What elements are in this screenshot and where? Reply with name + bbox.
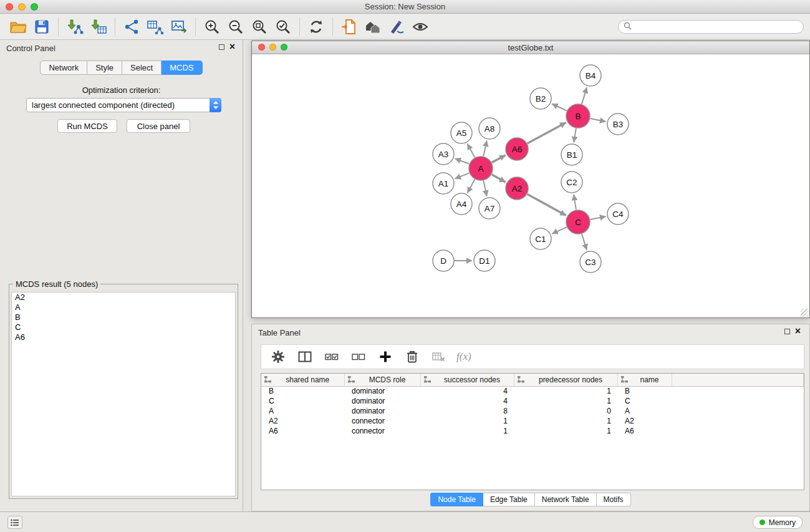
table-cell[interactable]: 1 (514, 416, 617, 426)
edge-C-C3[interactable] (582, 234, 587, 250)
node-A1[interactable]: A1 (433, 173, 454, 194)
table-settings-gear-icon[interactable] (269, 347, 287, 366)
table-cell[interactable]: C (261, 396, 344, 406)
share-network-icon[interactable] (120, 16, 143, 38)
memory-button[interactable]: Memory (753, 516, 803, 529)
edge-C-C2[interactable] (574, 195, 576, 210)
task-history-icon[interactable] (7, 516, 22, 529)
table-cell[interactable]: dominator (344, 386, 420, 396)
edge-B-B4[interactable] (582, 87, 587, 104)
node-D1[interactable]: D1 (474, 250, 495, 271)
tab-edge-table[interactable]: Edge Table (483, 493, 535, 506)
close-traffic-icon[interactable] (6, 3, 13, 11)
network-zoom-icon[interactable] (281, 44, 287, 51)
float-panel-icon[interactable] (219, 44, 224, 50)
node-A2[interactable]: A2 (506, 177, 528, 200)
edge-A-A2[interactable] (492, 175, 506, 182)
edge-B-B3[interactable] (591, 118, 606, 122)
network-canvas-area[interactable]: AA1A2A3A4A5A6A7A8BB1B2B3B4CC1C2C3C4DD1 (252, 55, 809, 317)
home-icon[interactable] (361, 16, 385, 38)
node-C3[interactable]: C3 (580, 251, 601, 273)
table-cell[interactable]: 4 (420, 396, 514, 406)
tab-style[interactable]: Style (87, 60, 122, 75)
table-cell[interactable]: 1 (514, 386, 617, 396)
tab-mcds[interactable]: MCDS (162, 60, 202, 75)
run-mcds-button[interactable]: Run MCDS (57, 119, 117, 133)
edge-A6-B[interactable] (528, 123, 566, 144)
close-panel-icon[interactable]: × (229, 44, 235, 50)
edge-A-A1[interactable] (455, 173, 470, 178)
node-A8[interactable]: A8 (479, 118, 500, 139)
table-cell[interactable]: dominator (344, 406, 420, 416)
edge-A-A4[interactable] (468, 180, 475, 193)
table-cell[interactable]: 1 (420, 416, 514, 426)
delete-column-trash-icon[interactable] (403, 347, 422, 366)
table-cell[interactable]: connector (344, 426, 420, 436)
table-row[interactable]: Cdominator41C (261, 396, 804, 406)
node-A6[interactable]: A6 (506, 138, 528, 160)
node-B2[interactable]: B2 (530, 88, 551, 109)
network-minimize-icon[interactable] (269, 44, 276, 51)
table-cell[interactable]: dominator (344, 396, 420, 406)
import-network-icon[interactable] (63, 16, 87, 38)
export-image-icon[interactable] (167, 16, 191, 38)
node-C[interactable]: C (566, 210, 590, 234)
table-cell[interactable]: 4 (420, 386, 514, 396)
node-C4[interactable]: C4 (607, 203, 629, 225)
mcds-result-item[interactable]: A2 (12, 293, 235, 302)
table-cell[interactable]: A6 (617, 426, 672, 436)
node-A4[interactable]: A4 (451, 193, 472, 215)
zoom-out-icon[interactable] (224, 16, 248, 38)
select-all-icon[interactable] (322, 347, 341, 366)
tab-node-table[interactable]: Node Table (430, 493, 483, 506)
node-A[interactable]: A (469, 157, 493, 180)
table-row[interactable]: A6connector11A6 (261, 426, 804, 436)
node-D[interactable]: D (433, 250, 454, 271)
edge-A2-C[interactable] (528, 194, 566, 215)
search-input[interactable] (618, 20, 804, 34)
table-cell[interactable]: 1 (420, 426, 514, 436)
table-row[interactable]: A2connector11A2 (261, 416, 804, 426)
edge-C-C1[interactable] (552, 227, 567, 234)
node-A3[interactable]: A3 (433, 143, 454, 165)
column-header-predecessor-nodes[interactable]: predecessor nodes (514, 374, 617, 386)
refresh-icon[interactable] (304, 16, 328, 38)
annotation-document-icon[interactable] (337, 16, 361, 38)
graphics-details-icon[interactable] (385, 16, 408, 38)
show-columns-icon[interactable] (296, 347, 314, 366)
column-header-shared-name[interactable]: shared name (261, 374, 344, 386)
column-header-name[interactable]: name (617, 374, 672, 386)
table-cell[interactable]: A (261, 406, 344, 416)
table-cell[interactable]: C (617, 396, 672, 406)
zoom-fit-icon[interactable] (248, 16, 271, 38)
node-C2[interactable]: C2 (561, 172, 582, 193)
table-cell[interactable]: A2 (261, 416, 344, 426)
resize-handle[interactable] (801, 309, 809, 317)
eye-icon[interactable] (408, 16, 432, 38)
mcds-result-item[interactable]: B (12, 312, 235, 322)
table-row[interactable]: Adominator80A (261, 406, 804, 416)
edge-A-A6[interactable] (492, 155, 506, 163)
delete-table-icon[interactable] (430, 347, 448, 366)
node-B3[interactable]: B3 (607, 114, 629, 135)
zoom-in-icon[interactable] (200, 16, 224, 38)
function-builder-button[interactable]: f(x) (456, 351, 471, 363)
mcds-result-item[interactable]: A (12, 302, 235, 312)
edge-A-A5[interactable] (468, 144, 475, 158)
export-table-icon[interactable] (143, 16, 167, 38)
close-panel-button[interactable]: Close panel (127, 119, 190, 133)
edge-B-B2[interactable] (552, 104, 567, 111)
network-close-icon[interactable] (258, 44, 265, 51)
node-A7[interactable]: A7 (479, 198, 500, 219)
table-cell[interactable]: B (261, 386, 344, 396)
open-folder-icon[interactable] (6, 16, 30, 38)
tab-network-table[interactable]: Network Table (535, 493, 597, 506)
table-cell[interactable]: 1 (514, 426, 617, 436)
dropdown-stepper-icon[interactable] (210, 98, 221, 112)
network-window-titlebar[interactable]: testGlobe.txt (252, 41, 809, 54)
deselect-all-icon[interactable] (349, 347, 368, 366)
zoom-selected-icon[interactable] (271, 16, 295, 38)
table-cell[interactable]: A (617, 406, 672, 416)
mcds-result-item[interactable]: C (12, 322, 235, 332)
node-B[interactable]: B (566, 104, 590, 128)
